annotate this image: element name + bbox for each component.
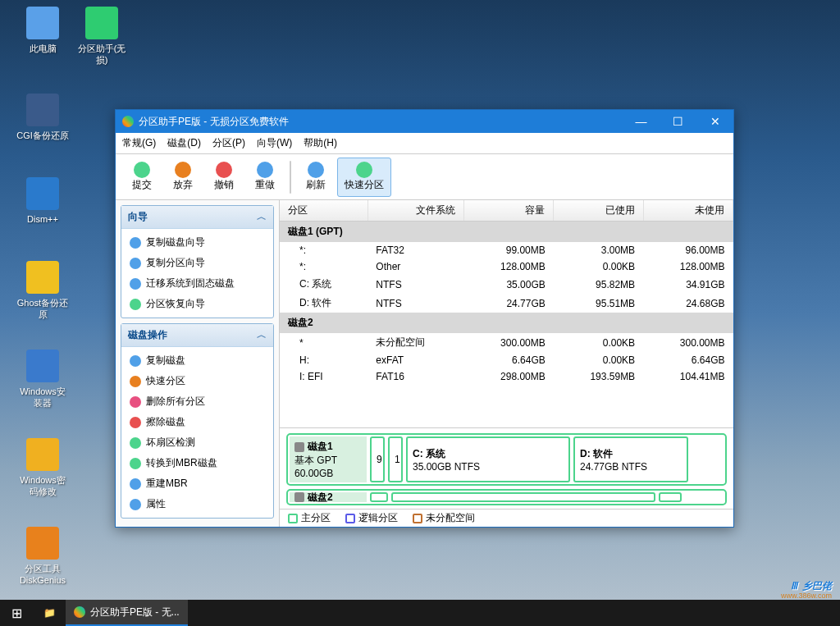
menu-item[interactable]: 常规(G) xyxy=(122,136,156,150)
desktop-icon[interactable]: CGI备份还原 xyxy=(15,94,71,141)
panel-item[interactable]: 复制分区向导 xyxy=(125,253,270,273)
partition-block[interactable]: 1 xyxy=(388,436,403,482)
icon-label: 分区助手(无损) xyxy=(74,43,130,66)
disk-icon xyxy=(294,442,304,452)
toolbar-放弃[interactable]: 放弃 xyxy=(163,158,203,197)
panel-item[interactable]: 转换到MBR磁盘 xyxy=(125,453,270,473)
partition-block[interactable]: D: 软件24.77GB NTFS xyxy=(573,436,688,482)
item-icon xyxy=(130,478,141,490)
toolbar-icon xyxy=(134,162,150,178)
watermark: Ⅲ 乡巴佬 xyxy=(791,574,832,593)
toolbar-重做[interactable]: 重做 xyxy=(245,158,285,197)
column-header[interactable]: 容量 xyxy=(463,200,553,222)
desktop-icon[interactable]: 此电脑 xyxy=(15,7,71,54)
app-window: 分区助手PE版 - 无损分区免费软件 — ☐ ✕ 常规(G)磁盘(D)分区(P)… xyxy=(115,109,734,528)
partition-block[interactable] xyxy=(391,492,655,502)
desktop-icon[interactable]: Windows安装器 xyxy=(15,350,71,409)
menu-item[interactable]: 磁盘(D) xyxy=(167,136,201,150)
toolbar-快速分区[interactable]: 快速分区 xyxy=(337,158,391,197)
disk-row[interactable]: 磁盘2 xyxy=(286,489,727,505)
collapse-icon: ︿ xyxy=(257,210,267,224)
column-header[interactable]: 分区 xyxy=(280,200,368,222)
item-icon xyxy=(130,258,141,269)
desktop-icon[interactable]: Ghost备份还原 xyxy=(15,261,71,320)
app-icon xyxy=(26,527,59,560)
icon-label: Dism++ xyxy=(15,213,71,225)
toolbar-刷新[interactable]: 刷新 xyxy=(296,158,336,197)
partition-block[interactable]: C: 系统35.00GB NTFS xyxy=(406,436,570,482)
item-icon xyxy=(130,396,141,408)
legend-color-icon xyxy=(288,514,298,523)
legend-item: 未分配空间 xyxy=(413,511,475,525)
disk-row[interactable]: 磁盘1基本 GPT60.00GB91C: 系统35.00GB NTFSD: 软件… xyxy=(286,433,727,486)
column-header[interactable]: 文件系统 xyxy=(368,200,463,222)
toolbar-icon xyxy=(257,162,273,178)
toolbar-提交[interactable]: 提交 xyxy=(122,158,162,197)
desktop-icon[interactable]: Dism++ xyxy=(15,177,71,225)
item-icon xyxy=(130,237,141,249)
item-icon xyxy=(130,437,141,449)
item-icon xyxy=(130,499,141,510)
file-explorer-button[interactable]: 📁 xyxy=(33,600,66,626)
item-icon xyxy=(130,278,141,290)
app-icon xyxy=(26,94,59,126)
panel-item[interactable]: 重建MBR xyxy=(125,473,270,494)
table-row[interactable]: *:FAT3299.00MB3.00MB96.00MB xyxy=(280,242,733,258)
menu-item[interactable]: 向导(W) xyxy=(257,136,292,150)
icon-label: 分区工具DiskGenius xyxy=(15,563,71,586)
panel-item[interactable]: 坏扇区检测 xyxy=(125,432,270,453)
start-button[interactable]: ⊞ xyxy=(0,600,33,626)
column-header[interactable]: 已使用 xyxy=(554,200,643,222)
table-row[interactable]: *:Other128.00MB0.00KB128.00MB xyxy=(280,258,733,275)
desktop-icon[interactable]: 分区助手(无损) xyxy=(74,7,130,66)
close-button[interactable]: ✕ xyxy=(696,110,733,133)
panel-item[interactable]: 迁移系统到固态磁盘 xyxy=(125,273,270,294)
toolbar-icon xyxy=(175,162,191,178)
app-icon xyxy=(26,7,59,39)
taskbar-app[interactable]: 分区助手PE版 - 无... xyxy=(66,600,188,626)
diskops-panel-header[interactable]: 磁盘操作 ︿ xyxy=(121,324,273,347)
panel-item[interactable]: 分区恢复向导 xyxy=(125,294,270,314)
disk-label: 磁盘1基本 GPT60.00GB xyxy=(290,436,367,482)
disk-icon xyxy=(294,492,304,502)
partition-block[interactable]: 9 xyxy=(370,436,385,482)
app-icon xyxy=(26,350,59,382)
wizard-panel-header[interactable]: 向导 ︿ xyxy=(121,206,273,229)
item-icon xyxy=(130,355,141,367)
table-row[interactable]: D: 软件NTFS24.77GB95.51MB24.68GB xyxy=(280,294,733,313)
panel-item[interactable]: 快速分区 xyxy=(125,371,270,391)
partition-block[interactable] xyxy=(659,492,682,502)
column-header[interactable]: 未使用 xyxy=(643,200,733,222)
panel-item[interactable]: 属性 xyxy=(125,494,270,514)
toolbar: 提交放弃撤销重做刷新快速分区 xyxy=(116,154,733,200)
legend-item: 逻辑分区 xyxy=(345,511,398,525)
table-row[interactable]: H:exFAT6.64GB0.00KB6.64GB xyxy=(280,352,733,368)
disk-group-header[interactable]: 磁盘1 (GPT) xyxy=(280,222,733,243)
panel-item[interactable]: 复制磁盘向导 xyxy=(125,232,270,253)
disk-group-header[interactable]: 磁盘2 xyxy=(280,313,733,333)
menu-item[interactable]: 帮助(H) xyxy=(304,136,337,150)
table-row[interactable]: C: 系统NTFS35.00GB95.82MB34.91GB xyxy=(280,275,733,294)
toolbar-icon xyxy=(308,162,324,178)
window-title: 分区助手PE版 - 无损分区免费软件 xyxy=(139,115,623,129)
toolbar-icon xyxy=(356,162,372,178)
content-area: 分区文件系统容量已使用未使用 磁盘1 (GPT)*:FAT3299.00MB3.… xyxy=(280,200,733,527)
disk-map: 磁盘1基本 GPT60.00GB91C: 系统35.00GB NTFSD: 软件… xyxy=(280,428,733,509)
maximize-button[interactable]: ☐ xyxy=(660,110,696,133)
titlebar[interactable]: 分区助手PE版 - 无损分区免费软件 — ☐ ✕ xyxy=(116,110,733,133)
desktop-icon[interactable]: Windows密码修改 xyxy=(15,438,71,497)
toolbar-撤销[interactable]: 撤销 xyxy=(204,158,244,197)
minimize-button[interactable]: — xyxy=(623,110,660,133)
legend: 主分区逻辑分区未分配空间 xyxy=(280,509,733,527)
desktop-icon[interactable]: 分区工具DiskGenius xyxy=(15,527,71,586)
table-row[interactable]: I: EFIFAT16298.00MB193.59MB104.41MB xyxy=(280,368,733,385)
toolbar-icon xyxy=(216,162,232,178)
panel-item[interactable]: 删除所有分区 xyxy=(125,391,270,412)
panel-item[interactable]: 复制磁盘 xyxy=(125,350,270,371)
panel-item[interactable]: 擦除磁盘 xyxy=(125,412,270,432)
legend-color-icon xyxy=(413,514,422,523)
table-row[interactable]: *未分配空间300.00MB0.00KB300.00MB xyxy=(280,333,733,352)
sidebar: 向导 ︿ 复制磁盘向导复制分区向导迁移系统到固态磁盘分区恢复向导 磁盘操作 ︿ … xyxy=(116,200,280,527)
partition-block[interactable] xyxy=(370,492,388,502)
menu-item[interactable]: 分区(P) xyxy=(212,136,245,150)
